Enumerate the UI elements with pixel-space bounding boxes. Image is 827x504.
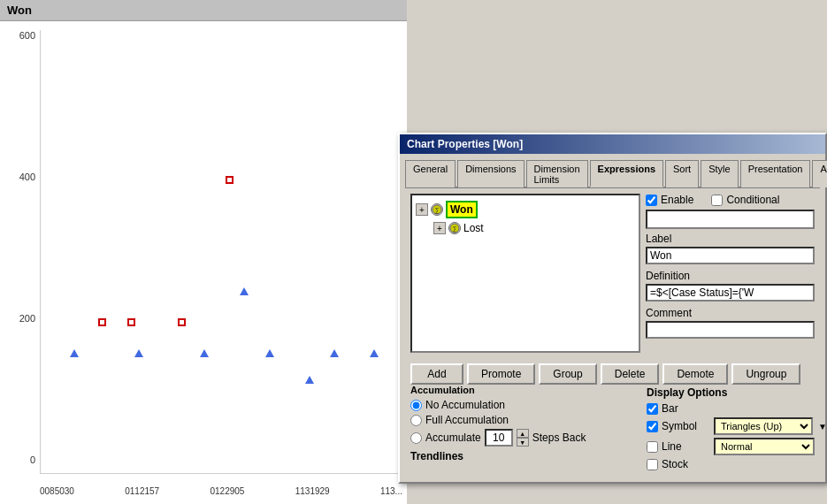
expression-tree[interactable]: + ∑ Won + ∑ Lost <box>410 194 640 353</box>
demote-button[interactable]: Demote <box>662 363 728 385</box>
enable-checkbox[interactable] <box>646 195 657 206</box>
comment-input[interactable] <box>646 321 815 339</box>
steps-input[interactable] <box>485 429 513 447</box>
ungroup-button[interactable]: Ungroup <box>731 363 800 385</box>
conditional-checkbox[interactable] <box>711 195 723 206</box>
won-point-3 <box>370 349 379 358</box>
accumulate-label: Accumulate <box>425 431 481 444</box>
won-point-high <box>240 287 249 296</box>
full-accumulation-label: Full Accumulation <box>425 414 509 426</box>
tab-sort[interactable]: Sort <box>665 160 699 187</box>
accumulation-title: Accumulation <box>410 385 641 395</box>
lost-point <box>127 318 136 327</box>
no-accumulation-radio[interactable] <box>410 400 422 411</box>
chart-properties-dialog: Chart Properties [Won] General Dimension… <box>398 133 827 484</box>
symbol-label: Symbol <box>662 420 710 432</box>
symbol-checkbox[interactable] <box>647 421 658 432</box>
dialog-titlebar: Chart Properties [Won] <box>400 134 825 154</box>
line-row: Line Normal Dashed Dotted <box>647 438 815 455</box>
tree-child-lost: + ∑ Lost <box>433 220 635 236</box>
accumulate-radio[interactable] <box>410 432 422 444</box>
stock-label: Stock <box>662 458 710 470</box>
svg-text:∑: ∑ <box>453 225 457 233</box>
label-input[interactable] <box>646 247 815 264</box>
main-content: + ∑ Won + ∑ Lost <box>405 188 820 358</box>
tab-presentation[interactable]: Presentation <box>740 160 811 187</box>
bar-label: Bar <box>662 402 710 415</box>
won-point <box>200 349 209 358</box>
chart-title: Won <box>0 0 407 21</box>
tab-style[interactable]: Style <box>701 160 738 187</box>
chart-area: Won 600 400 200 0 0085030 0112157 <box>0 0 407 504</box>
tab-dimensions[interactable]: Dimensions <box>457 160 524 187</box>
won-label: Won <box>446 201 478 218</box>
svg-text:∑: ∑ <box>435 207 440 214</box>
lost-point <box>178 318 187 327</box>
won-point <box>265 349 274 358</box>
tab-general[interactable]: General <box>405 160 456 187</box>
enable-label: Enable <box>661 194 693 206</box>
lost-icon: ∑ <box>448 222 461 234</box>
won-point <box>70 349 79 358</box>
chart-plot <box>40 30 402 474</box>
y-label-600: 600 <box>19 30 35 41</box>
no-accumulation-row: No Accumulation <box>410 399 641 411</box>
no-accumulation-label: No Accumulation <box>425 399 505 411</box>
won-point <box>330 349 339 358</box>
full-accumulation-row: Full Accumulation <box>410 414 641 426</box>
line-checkbox[interactable] <box>647 441 658 453</box>
bar-checkbox[interactable] <box>647 403 658 415</box>
lost-point <box>98 318 107 327</box>
delete-button[interactable]: Delete <box>601 363 660 385</box>
steps-row: ▲ ▼ Steps Back <box>485 429 586 447</box>
group-button[interactable]: Group <box>539 363 596 385</box>
promote-button[interactable]: Promote <box>467 363 535 385</box>
definition-input[interactable] <box>646 284 815 302</box>
y-label-200: 200 <box>19 313 35 324</box>
won-point <box>134 349 143 358</box>
definition-section-title: Definition <box>646 270 815 282</box>
x-label-5: 113... <box>380 486 402 496</box>
trendlines-label: Trendlines <box>410 450 641 462</box>
tab-expressions[interactable]: Expressions <box>590 160 663 187</box>
display-options-title: Display Options <box>647 386 815 399</box>
buttons-row: Add Promote Group Delete Demote Ungroup <box>410 363 815 385</box>
y-label-0: 0 <box>30 454 35 465</box>
add-button[interactable]: Add <box>410 363 463 385</box>
steps-label: Steps Back <box>532 431 586 444</box>
full-accumulation-radio[interactable] <box>410 415 422 426</box>
dialog-content: General Dimensions Dimension Limits Expr… <box>400 154 825 482</box>
conditional-input[interactable] <box>646 210 815 229</box>
won-point-2 <box>305 376 314 385</box>
y-label-400: 400 <box>19 172 35 182</box>
comment-section-title: Comment <box>646 307 815 319</box>
symbol-dropdown-arrow: ▼ <box>818 422 827 431</box>
stock-checkbox[interactable] <box>647 459 658 470</box>
symbol-row: Symbol Triangles (Up) Triangles (Down) C… <box>647 417 815 435</box>
conditional-label: Conditional <box>726 194 779 206</box>
stock-row: Stock <box>647 458 815 470</box>
y-axis: 600 400 200 0 <box>4 30 35 465</box>
accumulate-row: Accumulate ▲ ▼ Steps Back <box>410 429 641 447</box>
lost-label: Lost <box>463 222 484 234</box>
symbol-select[interactable]: Triangles (Up) Triangles (Down) Circles … <box>714 417 813 435</box>
expand-lost[interactable]: + <box>433 222 446 234</box>
steps-down[interactable]: ▼ <box>517 438 529 447</box>
expand-won[interactable]: + <box>416 203 428 216</box>
enable-row: Enable Conditional <box>646 194 815 206</box>
x-label-3: 0122905 <box>210 486 244 496</box>
tree-item-lost[interactable]: + ∑ Lost <box>433 220 635 236</box>
tab-dimension-limits[interactable]: Dimension Limits <box>526 160 588 187</box>
x-label-2: 0112157 <box>125 486 159 496</box>
enable-check: Enable <box>646 194 693 206</box>
tabs-bar: General Dimensions Dimension Limits Expr… <box>405 159 820 188</box>
dialog-title: Chart Properties [Won] <box>407 138 523 150</box>
display-options: Display Options Bar Symbol Triangles (Up… <box>647 385 815 473</box>
bar-row: Bar <box>647 402 815 415</box>
tab-axes[interactable]: Axes <box>812 160 827 187</box>
x-label-1: 0085030 <box>40 486 74 496</box>
line-select[interactable]: Normal Dashed Dotted <box>714 438 815 455</box>
steps-up[interactable]: ▲ <box>517 429 529 438</box>
label-section-title: Label <box>646 233 815 245</box>
tree-item-won[interactable]: + ∑ Won <box>416 199 635 220</box>
